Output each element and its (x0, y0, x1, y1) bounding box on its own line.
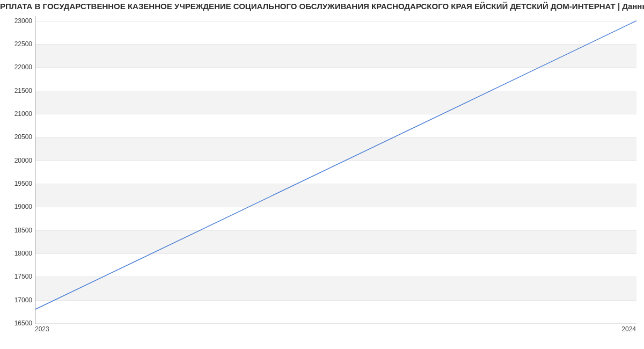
y-tick-label: 22000 (5, 63, 32, 71)
y-tick-label: 20000 (5, 157, 32, 164)
y-tick-label: 18500 (5, 227, 32, 234)
y-tick-label: 17000 (5, 296, 32, 304)
y-tick-label: 21000 (5, 110, 32, 118)
y-tick-label: 20500 (5, 133, 32, 141)
series-line (35, 21, 636, 309)
grid-line (35, 323, 636, 324)
y-tick-label: 19500 (5, 180, 32, 187)
y-tick-label: 23000 (5, 17, 32, 25)
x-tick-label: 2023 (35, 325, 49, 333)
y-tick-label: 19000 (5, 203, 32, 210)
y-tick-label: 21500 (5, 87, 32, 94)
y-tick-label: 18000 (5, 250, 32, 257)
line-series (35, 16, 636, 323)
y-tick-label: 17500 (5, 273, 32, 280)
chart-title: РПЛАТА В ГОСУДАРСТВЕННОЕ КАЗЕННОЕ УЧРЕЖД… (0, 2, 644, 11)
plot-area (35, 16, 636, 324)
x-tick-label: 2024 (621, 325, 636, 333)
y-tick-label: 22500 (5, 40, 32, 48)
y-tick-label: 16500 (5, 319, 32, 327)
